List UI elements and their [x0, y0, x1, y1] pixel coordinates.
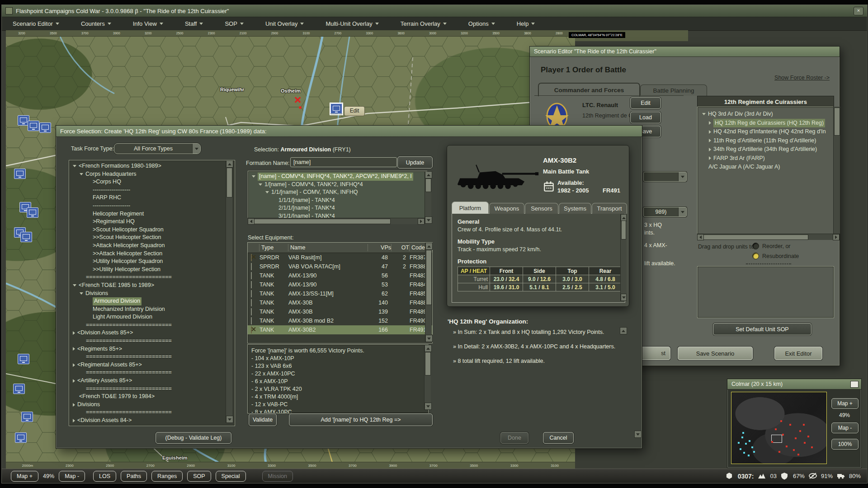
- statusbar-map-[interactable]: Map +: [11, 471, 38, 482]
- tree-item[interactable]: 2/1/1/[name] - TANK*4: [250, 204, 427, 212]
- unit-counter[interactable]: [15, 432, 27, 443]
- unit-counter[interactable]: [27, 207, 38, 218]
- tree-item[interactable]: ==========================: [71, 273, 235, 282]
- cancel-button[interactable]: Cancel: [543, 432, 574, 444]
- commander-edit-button[interactable]: Edit: [630, 97, 661, 109]
- tree-item[interactable]: >>Scout Helicopter Section: [71, 234, 235, 242]
- add-formation-button[interactable]: Add '[name]' to HQ 12th Reg =>: [289, 413, 433, 426]
- tree-item[interactable]: Helicopter Regiment: [71, 210, 235, 218]
- equipment-checkbox[interactable]: [251, 317, 252, 324]
- card-vscrollbar[interactable]: [620, 214, 627, 301]
- tree-item[interactable]: >Scout Helicopter Squadron: [71, 226, 235, 234]
- catalog-vscrollbar[interactable]: [226, 160, 232, 423]
- clipped-dropdown[interactable]: [643, 172, 687, 182]
- tree-item[interactable]: <Regimental Assets 85+>: [71, 361, 235, 369]
- equipment-checkbox[interactable]: [251, 299, 252, 306]
- menu-counters[interactable]: Counters: [75, 20, 117, 27]
- radio-reorder[interactable]: [752, 243, 759, 249]
- equipment-vscrollbar[interactable]: [425, 243, 432, 342]
- tab-commander-and-forces[interactable]: Commander and Forces: [538, 83, 640, 96]
- statusbar-map-[interactable]: Map -: [59, 471, 85, 482]
- tree-item[interactable]: <Division Assets 84->: [71, 417, 235, 425]
- equipment-checkbox[interactable]: [251, 308, 252, 315]
- tree-item[interactable]: ==========================: [71, 353, 235, 361]
- equipment-checkbox[interactable]: [251, 290, 252, 297]
- tree-item[interactable]: FARP RHC: [71, 194, 235, 202]
- equipment-row[interactable]: TANKAMX-13/9053FR484: [248, 280, 432, 289]
- show-force-roster-link[interactable]: Show Force Roster ->: [774, 75, 830, 81]
- equipment-row[interactable]: SPRDRVAB Rasit[m]482FR387: [248, 253, 432, 262]
- statusbar-paths[interactable]: Paths: [121, 471, 147, 482]
- tree-item[interactable]: ==========================: [71, 369, 235, 377]
- menu-info-view[interactable]: Info View: [127, 20, 169, 27]
- roster-hscrollbar[interactable]: [697, 234, 840, 240]
- formation-vscrollbar[interactable]: [425, 171, 431, 224]
- tree-item[interactable]: >>Attack Helicopter Section: [71, 250, 235, 258]
- tree-item[interactable]: --------------------: [71, 202, 235, 210]
- tree-item[interactable]: A/C Jaguar A (A/C Jaguar A): [700, 163, 836, 172]
- tree-item[interactable]: HQ 3rd Ar Div (3rd Ar Div): [700, 110, 836, 119]
- dialog-scroll-down-icon[interactable]: [634, 431, 642, 438]
- tree-item[interactable]: 1/[name] - COMV*4, TANK*2, INFHQ*4: [250, 181, 427, 189]
- equipment-checkbox[interactable]: [251, 263, 252, 270]
- tree-item[interactable]: FARP 3rd Ar (FARP): [700, 154, 836, 163]
- equipment-row[interactable]: TANKAMX-30B2166FR491: [248, 325, 432, 334]
- tab-battle-planning[interactable]: Battle Planning: [640, 84, 707, 96]
- statusbar-los[interactable]: LOS: [93, 471, 116, 482]
- splitter-handle[interactable]: [746, 263, 791, 266]
- tree-item[interactable]: [name] - COMV*4, INFHQ*4, TANK*2, APCW*2…: [250, 173, 427, 181]
- tree-item[interactable]: <Regiments 85+>: [71, 345, 235, 353]
- tree-item[interactable]: Armoured Division: [71, 297, 235, 305]
- organization-vscrollbar[interactable]: [620, 327, 626, 386]
- chevron-down-icon[interactable]: [678, 207, 686, 216]
- equipment-checkbox[interactable]: [251, 281, 252, 288]
- unit-counter[interactable]: [14, 169, 26, 179]
- minimap-scale-button[interactable]: 100%: [831, 439, 859, 450]
- debug-validate-leg-button[interactable]: (Debug - Validate Leg): [156, 432, 231, 444]
- commander-load-button[interactable]: Load: [630, 112, 661, 123]
- minimap-settings-icon[interactable]: [850, 381, 859, 388]
- tree-item[interactable]: 1/1/1/[name] - TANK*4: [250, 197, 427, 205]
- clipped-dropdown-2[interactable]: 989): [643, 207, 687, 217]
- statusbar-mission[interactable]: Mission: [262, 471, 293, 482]
- tree-item[interactable]: Corps Headquarters: [71, 170, 235, 178]
- unit-counter[interactable]: [28, 121, 39, 131]
- tree-item[interactable]: >Attack Helicopter Squadron: [71, 242, 235, 250]
- tab-sensors[interactable]: Sensors: [525, 203, 558, 214]
- unit-counter[interactable]: [39, 122, 51, 133]
- tree-item[interactable]: ==========================: [71, 385, 235, 393]
- equipment-row[interactable]: TANKAMX-30B mod B2152FR490: [248, 316, 432, 325]
- tree-item[interactable]: Mechanized Infantry Division: [71, 305, 235, 314]
- equipment-checkbox[interactable]: [251, 326, 252, 333]
- menu-unit-overlay[interactable]: Unit Overlay: [259, 20, 310, 27]
- unit-counter[interactable]: [18, 354, 29, 364]
- chevron-down-icon[interactable]: [678, 172, 686, 181]
- minimap-zoom-in-button[interactable]: Map +: [831, 398, 859, 409]
- window-titlebar[interactable]: Flashpoint Campaigns Cold War - 3.0.0.98…: [2, 5, 867, 17]
- menu-sop[interactable]: SOP: [219, 20, 249, 27]
- tree-item[interactable]: ==========================: [71, 408, 235, 417]
- validate-button[interactable]: Validate: [249, 413, 277, 426]
- menu-terrain-overlay[interactable]: Terrain Overlay: [395, 20, 453, 27]
- force-dialog-titlebar[interactable]: Force Selection: Create 'HQ 12th Reg' us…: [56, 126, 642, 137]
- tab-transport[interactable]: Transport: [592, 203, 627, 214]
- tree-item[interactable]: Light Armoured Division: [71, 313, 235, 321]
- tree-item[interactable]: <French Formations 1980-1989>: [71, 162, 235, 170]
- radio-resubordinate-label[interactable]: Resubordinate: [762, 253, 799, 259]
- tree-item[interactable]: Divisions: [71, 401, 235, 409]
- tree-item[interactable]: 1/1/[name] - COMV, TANK, INFHQ: [250, 188, 427, 197]
- tree-item[interactable]: >Corps HQ: [71, 178, 235, 186]
- radio-reorder-label[interactable]: Reorder, or: [762, 243, 791, 249]
- roster-vscrollbar[interactable]: [833, 107, 840, 234]
- statusbar-special[interactable]: Special: [216, 471, 246, 482]
- tree-item[interactable]: HQ 12th Reg de Cuirassiers (HQ 12th Reg): [700, 119, 836, 128]
- statusbar-sop[interactable]: SOP: [187, 471, 211, 482]
- summary-vscrollbar[interactable]: [424, 345, 431, 410]
- tab-weapons[interactable]: Weapons: [489, 203, 524, 214]
- tree-item[interactable]: HQ 42nd Reg d'Infanterie (HQ 42nd Reg d'…: [700, 127, 836, 136]
- tree-item[interactable]: <French TO&E 1979 to 1984>: [71, 393, 235, 401]
- radio-resubordinate[interactable]: [752, 253, 759, 259]
- tree-item[interactable]: >Regimental HQ: [71, 218, 235, 226]
- menu-scenario-editor[interactable]: Scenario Editor: [7, 20, 65, 27]
- chevron-down-icon[interactable]: [192, 144, 200, 154]
